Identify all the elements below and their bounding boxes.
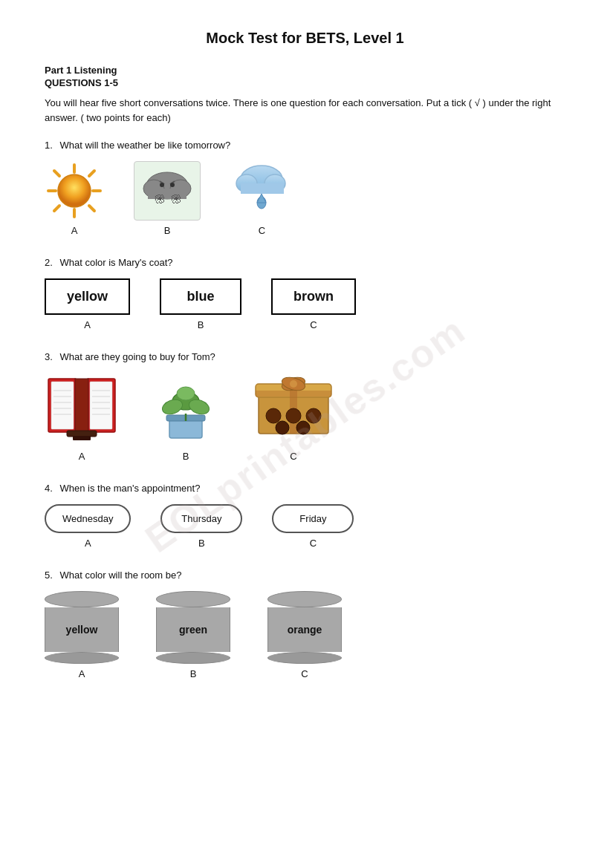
svg-rect-28	[51, 382, 74, 429]
q4-options: Wednesday A Thursday B Friday C	[45, 504, 565, 549]
q1-number: 1.	[45, 140, 53, 151]
q5-option-c-label: C	[301, 668, 308, 679]
svg-line-6	[89, 171, 94, 176]
q1-option-a[interactable]: A	[45, 161, 104, 236]
q3-option-c[interactable]: C	[253, 373, 334, 462]
blue-box: blue	[160, 278, 241, 315]
q5-option-c[interactable]: orange C	[267, 591, 342, 679]
question-5-text: 5. What color will the room be?	[45, 570, 565, 581]
svg-text:֎: ֎	[170, 192, 183, 206]
svg-point-58	[306, 408, 321, 423]
q1-options: A ֎ ֎	[45, 161, 565, 236]
orange-cylinder: orange	[267, 591, 342, 664]
svg-point-56	[266, 408, 281, 423]
q3-number: 3.	[45, 351, 53, 362]
svg-rect-41	[73, 436, 91, 440]
q4-option-c-label: C	[310, 538, 317, 549]
instructions: You will hear five short conversations t…	[45, 96, 565, 125]
q1-option-c-label: C	[259, 225, 265, 236]
svg-rect-40	[67, 431, 97, 437]
question-3-text: 3. What are they going to buy for Tom?	[45, 351, 565, 362]
yellow-box: yellow	[45, 278, 130, 315]
chocolate-icon	[253, 373, 334, 446]
q2-option-c-label: C	[310, 319, 317, 330]
q3-option-c-label: C	[290, 451, 296, 462]
brown-box: brown	[271, 278, 356, 315]
q5-option-a-label: A	[79, 668, 85, 679]
wednesday-oval: Wednesday	[45, 504, 131, 533]
svg-rect-52	[256, 391, 331, 397]
q1-option-b[interactable]: ֎ ֎ B	[134, 161, 201, 236]
q2-option-b[interactable]: blue B	[160, 278, 241, 330]
svg-rect-22	[241, 183, 284, 194]
q1-option-c[interactable]: C	[230, 161, 293, 236]
svg-rect-27	[75, 379, 88, 432]
wind-cloud-icon: ֎ ֎	[134, 161, 201, 221]
svg-point-17	[160, 183, 164, 187]
q5-option-b[interactable]: green B	[156, 591, 230, 679]
q2-options: yellow A blue B brown C	[45, 278, 565, 330]
part-label: Part 1 Listening	[45, 65, 565, 76]
thursday-oval: Thursday	[160, 504, 242, 533]
green-cylinder: green	[156, 591, 230, 664]
yellow-cylinder: yellow	[45, 591, 119, 664]
question-2-text: 2. What color is Mary's coat?	[45, 257, 565, 268]
friday-oval: Friday	[272, 504, 354, 533]
q3-options: A B	[45, 373, 565, 462]
svg-point-55	[290, 380, 297, 388]
svg-point-8	[58, 174, 91, 207]
question-3: 3. What are they going to buy for Tom?	[45, 351, 565, 462]
q3-option-b-label: B	[183, 451, 189, 462]
svg-line-5	[89, 206, 94, 211]
svg-line-4	[54, 171, 59, 176]
question-5: 5. What color will the room be? yellow A…	[45, 570, 565, 679]
q1-option-b-label: B	[164, 225, 171, 236]
svg-rect-29	[90, 382, 112, 429]
q2-option-c[interactable]: brown C	[271, 278, 356, 330]
svg-point-47	[177, 387, 195, 400]
rain-cloud-icon	[230, 161, 293, 221]
q4-option-a-label: A	[85, 538, 91, 549]
svg-point-60	[296, 421, 310, 434]
q5-options: yellow A green B orange C	[45, 591, 565, 679]
page-title: Mock Test for BETS, Level 1	[45, 30, 565, 47]
q2-number: 2.	[45, 257, 53, 268]
svg-point-18	[170, 183, 175, 187]
questions-range: QUESTIONS 1-5	[45, 77, 565, 88]
question-2: 2. What color is Mary's coat? yellow A b…	[45, 257, 565, 330]
q4-option-b-label: B	[198, 538, 205, 549]
svg-line-7	[54, 206, 59, 211]
q5-option-b-label: B	[190, 668, 197, 679]
question-1-text: 1. What will the weather be like tomorro…	[45, 140, 565, 151]
q2-option-a-label: A	[84, 319, 91, 330]
q2-option-a[interactable]: yellow A	[45, 278, 130, 330]
plant-icon	[149, 373, 223, 446]
book-icon	[45, 373, 119, 446]
q4-option-b[interactable]: Thursday B	[160, 504, 242, 549]
svg-text:֎: ֎	[154, 192, 166, 206]
svg-point-59	[276, 421, 289, 434]
q2-option-b-label: B	[198, 319, 204, 330]
q1-option-a-label: A	[71, 225, 78, 236]
q3-option-a[interactable]: A	[45, 373, 119, 462]
sun-icon	[45, 161, 104, 221]
question-1: 1. What will the weather be like tomorro…	[45, 140, 565, 236]
q4-option-c[interactable]: Friday C	[272, 504, 354, 549]
q5-option-a[interactable]: yellow A	[45, 591, 119, 679]
question-4-text: 4. When is the man's appointment?	[45, 483, 565, 494]
question-4: 4. When is the man's appointment? Wednes…	[45, 483, 565, 549]
q3-option-b[interactable]: B	[149, 373, 223, 462]
q5-number: 5.	[45, 570, 53, 581]
q4-option-a[interactable]: Wednesday A	[45, 504, 131, 549]
svg-point-57	[286, 408, 301, 423]
q3-option-a-label: A	[79, 451, 85, 462]
q4-number: 4.	[45, 483, 53, 494]
